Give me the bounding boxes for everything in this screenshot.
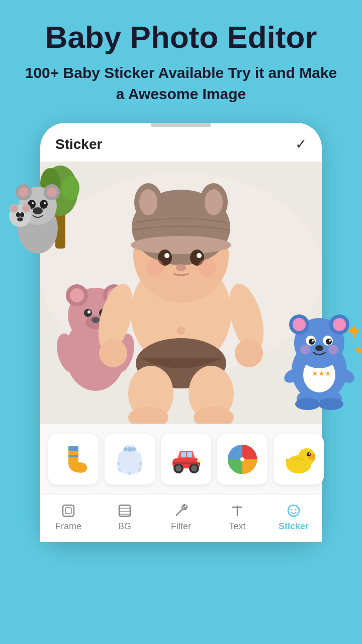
svg-point-73 (205, 189, 223, 215)
svg-point-97 (127, 447, 132, 452)
svg-point-116 (240, 457, 244, 461)
svg-point-22 (17, 217, 23, 221)
nav-item-sticker[interactable]: Sticker (274, 503, 314, 532)
svg-point-104 (128, 472, 131, 475)
svg-point-17 (11, 205, 17, 211)
sticker-bar-title: Sticker (55, 136, 102, 152)
sticker-tray (40, 424, 322, 495)
svg-rect-106 (181, 452, 186, 457)
svg-point-103 (138, 468, 141, 471)
svg-point-142 (291, 509, 293, 511)
svg-point-101 (118, 468, 121, 471)
svg-point-98 (124, 447, 128, 451)
sticker-bib[interactable] (105, 434, 155, 485)
app-subtitle: 100+ Baby Sticker Available Try it and M… (20, 62, 342, 105)
svg-point-84 (99, 339, 127, 367)
svg-point-41 (329, 340, 331, 342)
svg-marker-23 (347, 326, 362, 338)
svg-line-133 (184, 506, 186, 508)
svg-point-61 (87, 310, 90, 313)
svg-point-91 (177, 327, 185, 335)
bottom-nav: Frame BG (40, 495, 322, 542)
svg-point-78 (197, 253, 202, 258)
sticker-icon (286, 503, 301, 518)
svg-point-42 (315, 345, 323, 351)
svg-marker-24 (354, 346, 362, 356)
svg-point-64 (92, 317, 100, 323)
sticker-sock[interactable] (48, 434, 99, 485)
nav-label-filter: Filter (171, 521, 191, 532)
svg-point-40 (312, 340, 314, 342)
svg-rect-123 (65, 508, 71, 514)
svg-point-99 (132, 447, 136, 451)
nav-item-bg[interactable]: BG (105, 503, 145, 532)
svg-rect-92 (68, 446, 78, 451)
svg-rect-107 (187, 452, 192, 457)
svg-point-143 (295, 509, 297, 511)
app-title: Baby Photo Editor (20, 20, 342, 54)
koala-sticker-decoration (0, 163, 101, 264)
svg-point-79 (176, 264, 186, 271)
svg-point-72 (139, 189, 157, 215)
sticker-beach-ball[interactable] (217, 434, 267, 485)
svg-line-129 (176, 509, 183, 515)
svg-point-14 (33, 207, 43, 214)
svg-point-39 (326, 339, 332, 345)
sticker-checkmark[interactable]: ✓ (295, 136, 307, 152)
header: Baby Photo Editor 100+ Baby Sticker Avai… (0, 0, 362, 115)
frame-icon (61, 503, 76, 518)
svg-point-100 (117, 462, 120, 465)
svg-point-102 (139, 462, 142, 465)
svg-point-13 (44, 202, 46, 204)
svg-point-74 (131, 236, 231, 254)
sticker-bar: Sticker ✓ (40, 127, 322, 162)
nav-item-filter[interactable]: Filter (161, 503, 201, 532)
nav-label-frame: Frame (55, 521, 81, 532)
sticker-duck[interactable] (274, 434, 324, 485)
nav-label-text: Text (229, 521, 245, 532)
nav-label-bg: BG (118, 521, 131, 532)
bear-sticker-decoration: ★★★ (272, 310, 362, 401)
svg-point-112 (197, 459, 201, 463)
sticker-toy-car[interactable] (161, 434, 211, 485)
svg-point-12 (32, 202, 34, 204)
svg-point-49 (295, 398, 320, 410)
svg-point-141 (288, 505, 299, 516)
svg-point-11 (40, 200, 48, 209)
nav-item-frame[interactable]: Frame (48, 503, 88, 532)
svg-point-85 (235, 339, 263, 367)
svg-point-3 (61, 176, 79, 201)
svg-point-44 (328, 345, 338, 355)
svg-point-111 (191, 465, 197, 471)
svg-point-7 (19, 187, 29, 197)
text-icon (230, 503, 245, 518)
svg-point-50 (318, 398, 343, 410)
svg-point-121 (308, 453, 310, 454)
svg-point-34 (293, 318, 306, 331)
svg-point-81 (198, 259, 216, 277)
nav-label-sticker: Sticker (279, 521, 309, 532)
svg-point-35 (333, 318, 346, 331)
svg-point-109 (175, 465, 182, 471)
svg-point-21 (20, 212, 24, 217)
svg-point-20 (16, 212, 20, 217)
svg-point-19 (23, 205, 29, 211)
svg-rect-122 (63, 505, 74, 516)
svg-point-9 (47, 187, 57, 197)
svg-point-38 (309, 339, 315, 345)
nav-item-text[interactable]: Text (217, 503, 257, 532)
filter-icon (173, 503, 189, 518)
svg-point-80 (146, 259, 164, 277)
svg-text:★★★: ★★★ (312, 369, 331, 377)
bg-icon (117, 503, 132, 518)
svg-rect-94 (68, 455, 78, 457)
svg-point-43 (300, 345, 310, 355)
svg-point-77 (164, 253, 169, 258)
svg-rect-93 (68, 451, 78, 455)
svg-rect-113 (172, 462, 200, 464)
svg-point-56 (70, 288, 84, 302)
phone-notch (151, 123, 211, 127)
